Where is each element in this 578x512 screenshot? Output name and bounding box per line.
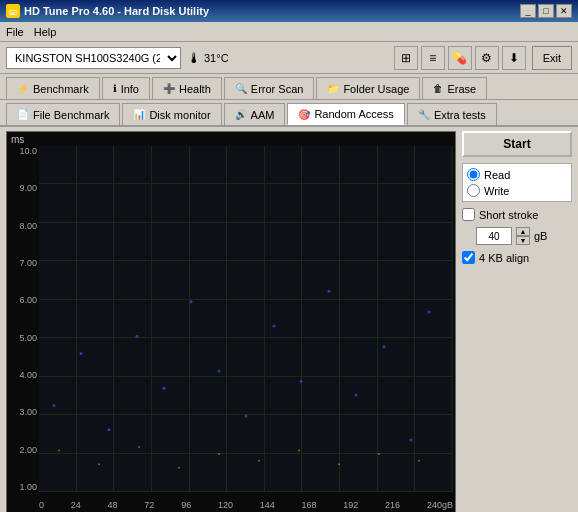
app-icon: 🖴 xyxy=(6,4,20,18)
tab-folder-usage[interactable]: 📁Folder Usage xyxy=(316,77,420,99)
svg-point-23 xyxy=(378,453,380,455)
svg-point-18 xyxy=(178,467,180,469)
x-val-7: 168 xyxy=(302,500,317,510)
svg-point-10 xyxy=(328,290,331,293)
svg-point-7 xyxy=(245,414,248,417)
svg-point-17 xyxy=(138,446,140,448)
y-val-4: 6.00 xyxy=(9,295,37,305)
spinbox-row: 40 ▲ ▼ gB xyxy=(476,227,572,245)
read-option[interactable]: Read xyxy=(467,168,567,181)
tab-extra-tests[interactable]: 🔧Extra tests xyxy=(407,103,497,125)
svg-point-20 xyxy=(258,460,260,462)
tab-info[interactable]: ℹInfo xyxy=(102,77,150,99)
svg-point-11 xyxy=(355,394,358,397)
menu-file[interactable]: File xyxy=(6,26,24,38)
svg-point-13 xyxy=(410,439,413,442)
read-radio[interactable] xyxy=(467,168,480,181)
y-val-7: 3.00 xyxy=(9,407,37,417)
svg-point-2 xyxy=(108,428,111,431)
chart-area: ms 10.0 9.00 8.00 7.00 6.00 5.00 4.00 3.… xyxy=(6,131,456,512)
read-label: Read xyxy=(484,169,510,181)
minimize-button[interactable]: _ xyxy=(520,4,536,18)
chart-svg xyxy=(39,146,453,492)
svg-point-1 xyxy=(80,352,83,355)
tab-file-benchmark[interactable]: 📄File Benchmark xyxy=(6,103,120,125)
tab-benchmark[interactable]: ⚡Benchmark xyxy=(6,77,100,99)
y-val-2: 8.00 xyxy=(9,221,37,231)
y-val-0: 10.0 xyxy=(9,146,37,156)
error-scan-icon: 🔍 xyxy=(235,83,247,94)
toolbar-btn-5[interactable]: ⬇ xyxy=(502,46,526,70)
file-benchmark-icon: 📄 xyxy=(17,109,29,120)
drive-select[interactable]: KINGSTON SH100S3240G (240 gB) xyxy=(6,47,181,69)
short-stroke-label: Short stroke xyxy=(479,209,538,221)
svg-point-19 xyxy=(218,453,220,455)
tab-erase[interactable]: 🗑Erase xyxy=(422,77,487,99)
svg-point-4 xyxy=(163,387,166,390)
x-axis: 0 24 48 72 96 120 144 168 192 216 240gB xyxy=(39,500,453,510)
tab-random-access[interactable]: 🎯Random Access xyxy=(287,103,404,125)
svg-point-14 xyxy=(428,311,431,314)
svg-point-24 xyxy=(418,460,420,462)
close-button[interactable]: ✕ xyxy=(556,4,572,18)
tabs-row1: ⚡Benchmark ℹInfo ➕Health 🔍Error Scan 📁Fo… xyxy=(0,74,578,100)
svg-point-9 xyxy=(300,380,303,383)
window-title: HD Tune Pro 4.60 - Hard Disk Utility xyxy=(24,5,209,17)
read-write-group: Read Write xyxy=(462,163,572,202)
toolbar-btn-2[interactable]: ≡ xyxy=(421,46,445,70)
health-icon: ➕ xyxy=(163,83,175,94)
info-icon: ℹ xyxy=(113,83,117,94)
spinbox-input[interactable]: 40 xyxy=(476,227,512,245)
title-bar: 🖴 HD Tune Pro 4.60 - Hard Disk Utility _… xyxy=(0,0,578,22)
x-val-3: 72 xyxy=(144,500,154,510)
tabs-row2: 📄File Benchmark 📊Disk monitor 🔊AAM 🎯Rand… xyxy=(0,100,578,127)
extra-tests-icon: 🔧 xyxy=(418,109,430,120)
svg-point-5 xyxy=(190,300,193,303)
y-axis: 10.0 9.00 8.00 7.00 6.00 5.00 4.00 3.00 … xyxy=(9,146,37,492)
y-val-3: 7.00 xyxy=(9,258,37,268)
benchmark-icon: ⚡ xyxy=(17,83,29,94)
exit-button[interactable]: Exit xyxy=(532,46,572,70)
short-stroke-option[interactable]: Short stroke xyxy=(462,208,538,221)
x-val-8: 192 xyxy=(343,500,358,510)
temperature-icon: 🌡 xyxy=(187,50,201,66)
write-label: Write xyxy=(484,185,509,197)
toolbar-btn-1[interactable]: ⊞ xyxy=(394,46,418,70)
spinbox-down[interactable]: ▼ xyxy=(516,236,530,245)
main-content: ms 10.0 9.00 8.00 7.00 6.00 5.00 4.00 3.… xyxy=(0,127,578,512)
tab-error-scan[interactable]: 🔍Error Scan xyxy=(224,77,315,99)
x-val-1: 24 xyxy=(71,500,81,510)
chart-y-label: ms xyxy=(11,134,24,145)
toolbar: KINGSTON SH100S3240G (240 gB) 🌡 31°C ⊞ ≡… xyxy=(0,42,578,74)
svg-point-6 xyxy=(218,369,221,372)
spinbox-up[interactable]: ▲ xyxy=(516,227,530,236)
start-button[interactable]: Start xyxy=(462,131,572,157)
align-checkbox[interactable] xyxy=(462,251,475,264)
y-val-5: 5.00 xyxy=(9,333,37,343)
spinbox-buttons: ▲ ▼ xyxy=(516,227,530,245)
erase-icon: 🗑 xyxy=(433,83,443,94)
toolbar-icon-buttons: ⊞ ≡ 💊 ⚙ ⬇ xyxy=(394,46,526,70)
spinbox-unit: gB xyxy=(534,230,547,242)
x-val-4: 96 xyxy=(181,500,191,510)
menu-help[interactable]: Help xyxy=(34,26,57,38)
aam-icon: 🔊 xyxy=(235,109,247,120)
align-option[interactable]: 4 KB align xyxy=(462,251,572,264)
toolbar-btn-4[interactable]: ⚙ xyxy=(475,46,499,70)
folder-usage-icon: 📁 xyxy=(327,83,339,94)
write-option[interactable]: Write xyxy=(467,184,567,197)
svg-point-16 xyxy=(98,463,100,465)
disk-monitor-icon: 📊 xyxy=(133,109,145,120)
x-val-5: 120 xyxy=(218,500,233,510)
temperature-display: 🌡 31°C xyxy=(187,50,229,66)
tab-health[interactable]: ➕Health xyxy=(152,77,222,99)
write-radio[interactable] xyxy=(467,184,480,197)
tab-aam[interactable]: 🔊AAM xyxy=(224,103,286,125)
toolbar-btn-3[interactable]: 💊 xyxy=(448,46,472,70)
tab-disk-monitor[interactable]: 📊Disk monitor xyxy=(122,103,221,125)
maximize-button[interactable]: □ xyxy=(538,4,554,18)
menu-bar: File Help xyxy=(0,22,578,42)
short-stroke-checkbox[interactable] xyxy=(462,208,475,221)
x-val-6: 144 xyxy=(260,500,275,510)
right-panel: Start Read Write Short stroke 40 ▲ ▼ xyxy=(462,131,572,512)
